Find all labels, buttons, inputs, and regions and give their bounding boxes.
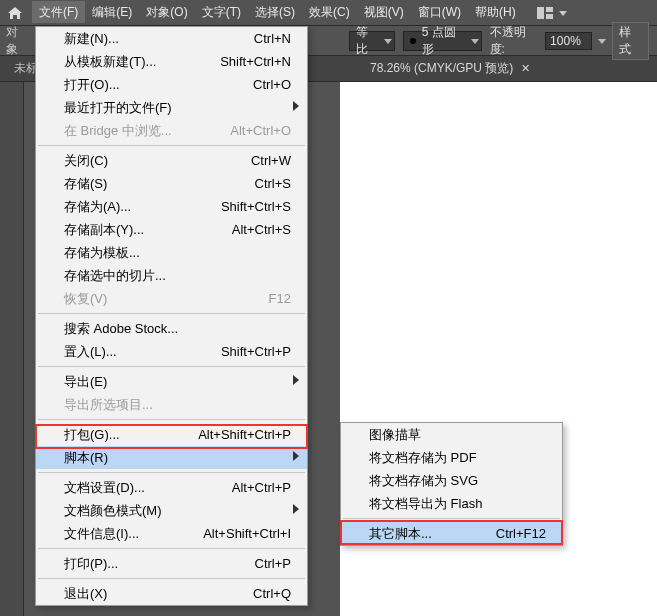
menu-item[interactable]: 最近打开的文件(F) [36,96,307,119]
menu-对象(O)[interactable]: 对象(O) [139,1,194,23]
close-icon[interactable]: ✕ [521,62,530,75]
menu-item-label: 恢复(V) [64,290,107,308]
menu-item[interactable]: 新建(N)...Ctrl+N [36,27,307,50]
menu-item-label: 打开(O)... [64,76,120,94]
menu-item-label: 搜索 Adobe Stock... [64,320,178,338]
opacity-label: 不透明度: [490,24,540,58]
menu-item-label: 存储副本(Y)... [64,221,144,239]
menu-item[interactable]: 打开(O)...Ctrl+O [36,73,307,96]
menu-item-label: 打印(P)... [64,555,118,573]
menu-item[interactable]: 置入(L)...Shift+Ctrl+P [36,340,307,363]
menu-文件(F)[interactable]: 文件(F) [32,1,85,23]
zoom-info: 78.26% (CMYK/GPU 预览) [370,60,513,77]
menu-item[interactable]: 将文档存储为 SVG [341,469,562,492]
menu-item-label: 将文档导出为 Flash [369,495,482,513]
menu-item-label: 置入(L)... [64,343,117,361]
chevron-right-icon [293,101,299,111]
layout-icon[interactable] [537,7,553,19]
menu-item-label: 新建(N)... [64,30,119,48]
menu-item-label: 在 Bridge 中浏览... [64,122,172,140]
menu-item-shortcut: Ctrl+W [221,153,291,168]
menu-item-shortcut: Ctrl+Q [223,586,291,601]
menu-item-shortcut: Alt+Ctrl+P [202,480,291,495]
menu-item-shortcut: Alt+Shift+Ctrl+P [168,427,291,442]
menu-item[interactable]: 打包(G)...Alt+Shift+Ctrl+P [36,423,307,446]
menu-视图(V)[interactable]: 视图(V) [357,1,411,23]
menu-item-label: 文档设置(D)... [64,479,145,497]
compare-value: 等比 [356,24,379,58]
menu-窗口(W)[interactable]: 窗口(W) [411,1,468,23]
menu-帮助(H)[interactable]: 帮助(H) [468,1,523,23]
chevron-right-icon [293,375,299,385]
menu-item-label: 存储为模板... [64,244,140,262]
menu-item[interactable]: 图像描草 [341,423,562,446]
menu-item[interactable]: 文件信息(I)...Alt+Shift+Ctrl+I [36,522,307,545]
menu-item-shortcut: Shift+Ctrl+S [191,199,291,214]
style-button[interactable]: 样式 [612,22,649,60]
ruler-vertical [0,82,24,616]
menu-item[interactable]: 存储选中的切片... [36,264,307,287]
menu-item-label: 关闭(C) [64,152,108,170]
menu-item[interactable]: 脚本(R) [36,446,307,469]
menu-item-label: 从模板新建(T)... [64,53,156,71]
menu-item-label: 退出(X) [64,585,107,603]
menu-item: 恢复(V)F12 [36,287,307,310]
menu-item-label: 导出(E) [64,373,107,391]
svg-rect-0 [537,7,544,19]
menu-item-shortcut: Ctrl+S [225,176,291,191]
menu-item[interactable]: 文档颜色模式(M) [36,499,307,522]
menu-item: 在 Bridge 中浏览...Alt+Ctrl+O [36,119,307,142]
menu-item-label: 导出所选项目... [64,396,153,414]
doc-tab-info[interactable]: 78.26% (CMYK/GPU 预览) ✕ [360,56,540,81]
menu-item[interactable]: 将文档存储为 PDF [341,446,562,469]
menu-item-shortcut: Shift+Ctrl+N [190,54,291,69]
menu-item-label: 将文档存储为 SVG [369,472,478,490]
menu-效果(C)[interactable]: 效果(C) [302,1,357,23]
menu-item[interactable]: 导出(E) [36,370,307,393]
menu-item[interactable]: 从模板新建(T)...Shift+Ctrl+N [36,50,307,73]
menu-item[interactable]: 存储为(A)...Shift+Ctrl+S [36,195,307,218]
menu-item[interactable]: 搜索 Adobe Stock... [36,317,307,340]
menu-选择(S)[interactable]: 选择(S) [248,1,302,23]
menu-文字(T)[interactable]: 文字(T) [195,1,248,23]
menu-item[interactable]: 存储副本(Y)...Alt+Ctrl+S [36,218,307,241]
home-icon[interactable] [6,4,24,22]
chevron-right-icon [293,504,299,514]
caret-icon[interactable] [559,9,567,17]
brush-combo[interactable]: 5 点圆形 [403,31,482,51]
menu-item[interactable]: 存储(S)Ctrl+S [36,172,307,195]
menu-item[interactable]: 存储为模板... [36,241,307,264]
menu-item: 导出所选项目... [36,393,307,416]
menu-item-label: 存储(S) [64,175,107,193]
menu-item-label: 脚本(R) [64,449,108,467]
menu-item[interactable]: 将文档导出为 Flash [341,492,562,515]
menu-item-label: 图像描草 [369,426,421,444]
menu-item-shortcut: Alt+Ctrl+S [202,222,291,237]
opacity-field[interactable]: 100% [545,32,592,50]
menu-item-label: 最近打开的文件(F) [64,99,172,117]
menu-item-shortcut: Alt+Ctrl+O [200,123,291,138]
menu-item-label: 存储选中的切片... [64,267,166,285]
menu-编辑(E)[interactable]: 编辑(E) [85,1,139,23]
menu-item-shortcut: Alt+Shift+Ctrl+I [173,526,291,541]
menu-item-label: 文档颜色模式(M) [64,502,162,520]
menu-item-label: 存储为(A)... [64,198,131,216]
menu-item-label: 其它脚本... [369,525,432,543]
menu-item-label: 打包(G)... [64,426,120,444]
menu-item[interactable]: 退出(X)Ctrl+Q [36,582,307,605]
menu-item[interactable]: 打印(P)...Ctrl+P [36,552,307,575]
menu-item-shortcut: F12 [239,291,291,306]
menu-item[interactable]: 关闭(C)Ctrl+W [36,149,307,172]
menu-item[interactable]: 其它脚本...Ctrl+F12 [341,522,562,545]
menu-item-label: 文件信息(I)... [64,525,139,543]
file-menu: 新建(N)...Ctrl+N从模板新建(T)...Shift+Ctrl+N打开(… [35,26,308,606]
menu-item-shortcut: Ctrl+P [225,556,291,571]
menu-item-shortcut: Ctrl+F12 [466,526,546,541]
caret-icon[interactable] [598,37,606,45]
menu-item[interactable]: 文档设置(D)...Alt+Ctrl+P [36,476,307,499]
chevron-right-icon [293,451,299,461]
toolbar-label: 对象 [6,24,29,58]
menu-item-shortcut: Shift+Ctrl+P [191,344,291,359]
script-submenu: 图像描草将文档存储为 PDF将文档存储为 SVG将文档导出为 Flash其它脚本… [340,422,563,546]
compare-combo[interactable]: 等比 [349,31,394,51]
